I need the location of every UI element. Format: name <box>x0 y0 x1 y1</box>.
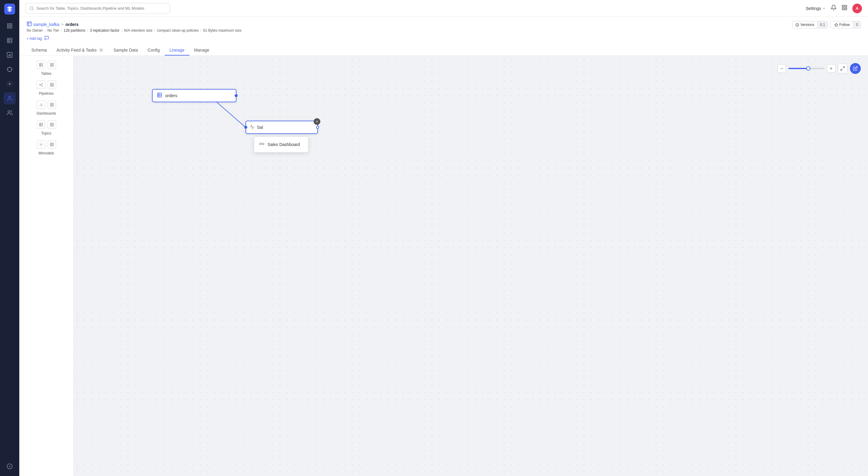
panel-tables-label: Tables <box>41 71 52 76</box>
settings-button[interactable]: Settings <box>806 6 826 11</box>
svg-rect-4 <box>7 38 12 43</box>
breadcrumb: sample_kafka > orders <box>27 21 241 28</box>
left-panel: Tables Pipelines <box>19 56 73 476</box>
follow-button[interactable]: Follow 0 <box>830 21 861 28</box>
avatar[interactable]: A <box>852 4 862 13</box>
topics-table-icon[interactable] <box>37 120 45 129</box>
activity-badge: 0 <box>98 48 104 52</box>
follow-label[interactable]: Follow <box>831 22 854 28</box>
main-content: Settings A sample_kafka > <box>19 0 868 476</box>
svg-rect-33 <box>50 65 51 66</box>
pipelines-flow-icon[interactable] <box>37 81 45 89</box>
sidebar-item-gear[interactable] <box>4 78 16 90</box>
sidebar <box>0 0 19 476</box>
follow-count[interactable]: 0 <box>853 22 861 28</box>
svg-rect-40 <box>50 83 51 85</box>
sidebar-item-team[interactable] <box>4 107 16 119</box>
svg-rect-62 <box>50 145 51 146</box>
svg-point-16 <box>30 7 33 10</box>
svg-rect-57 <box>50 125 51 126</box>
header-actions: Versions 0.1 Follow 0 <box>792 21 861 28</box>
panel-section-pipelines: Pipelines <box>19 81 73 96</box>
annotation-icon[interactable] <box>44 36 49 41</box>
pipelines-layout-icon[interactable] <box>48 81 56 89</box>
close-node-button[interactable]: × <box>314 118 320 125</box>
panel-mlmodels-label: Mlmodels <box>39 151 54 155</box>
tab-manage[interactable]: Manage <box>189 45 214 56</box>
search-box[interactable] <box>25 3 170 14</box>
zoom-controls: − + <box>777 63 861 74</box>
edit-lineage-button[interactable] <box>850 63 861 74</box>
svg-line-64 <box>843 67 844 68</box>
tab-activity[interactable]: Activity Feed & Tasks 0 <box>52 45 108 56</box>
versions-button[interactable]: Versions 0.1 <box>792 21 828 28</box>
svg-point-15 <box>8 111 10 113</box>
tables-layout-icon[interactable] <box>48 61 56 69</box>
svg-marker-26 <box>835 23 838 26</box>
meta-retention: N/A retention size <box>124 28 152 33</box>
breadcrumb-separator: > <box>61 22 64 27</box>
expand-button[interactable] <box>838 64 847 73</box>
orders-node-label: orders <box>165 93 177 98</box>
tab-sample[interactable]: Sample Data <box>108 45 143 56</box>
tab-config[interactable]: Config <box>143 45 164 56</box>
meta-cleanup: compact clean-up policies <box>157 28 199 33</box>
svg-rect-21 <box>845 8 847 10</box>
search-input[interactable] <box>36 6 166 10</box>
svg-rect-55 <box>50 123 51 124</box>
meta-tier: No Tier <box>48 28 59 33</box>
apps-button[interactable] <box>841 4 847 12</box>
search-node[interactable]: × <box>246 121 318 134</box>
topics-layout-icon[interactable] <box>48 120 56 129</box>
panel-pipelines-label: Pipelines <box>39 91 54 96</box>
add-tag-button[interactable]: + Add tag <box>27 36 42 41</box>
mlmodels-gear-icon[interactable] <box>37 140 45 149</box>
topbar-right: Settings A <box>806 4 862 13</box>
svg-rect-63 <box>52 145 53 146</box>
sidebar-item-rocket[interactable] <box>4 460 16 472</box>
meta-maxsize: 61 Bytes maximum size <box>203 28 242 33</box>
suggestion-infinity-icon <box>259 141 265 148</box>
zoom-in-button[interactable]: + <box>827 64 835 73</box>
orders-node[interactable]: orders <box>152 89 237 102</box>
dashboards-layout-icon[interactable] <box>48 100 56 109</box>
svg-rect-56 <box>52 123 53 124</box>
svg-point-14 <box>9 96 11 98</box>
svg-rect-60 <box>50 143 51 144</box>
search-node-input[interactable] <box>257 125 299 130</box>
app-logo[interactable] <box>4 4 15 14</box>
sidebar-item-table[interactable] <box>4 34 16 47</box>
topic-icon <box>27 21 32 28</box>
orders-node-icon <box>157 92 162 99</box>
sidebar-item-analytics[interactable] <box>4 63 16 76</box>
svg-line-39 <box>40 85 42 86</box>
suggestion-item-sales-dashboard[interactable]: Sales Dashboard <box>254 138 308 151</box>
svg-rect-32 <box>52 63 53 64</box>
svg-rect-61 <box>52 143 53 144</box>
versions-count[interactable]: 0.1 <box>817 22 828 28</box>
lineage-canvas: − + <box>73 56 868 476</box>
svg-rect-3 <box>10 27 12 28</box>
mlmodels-layout-icon[interactable] <box>48 140 56 149</box>
dashboards-chart-icon[interactable] <box>37 100 45 109</box>
notifications-button[interactable] <box>831 4 837 12</box>
zoom-slider[interactable] <box>788 68 825 69</box>
versions-label[interactable]: Versions <box>792 22 817 28</box>
svg-rect-19 <box>845 5 847 7</box>
zoom-out-button[interactable]: − <box>777 64 786 73</box>
svg-rect-20 <box>842 8 844 10</box>
tables-grid-icon[interactable] <box>37 61 45 69</box>
breadcrumb-source[interactable]: sample_kafka <box>33 22 59 27</box>
connector-svg <box>73 56 868 476</box>
panel-section-tables: Tables <box>19 61 73 76</box>
tab-lineage[interactable]: Lineage <box>165 45 189 56</box>
page-header: sample_kafka > orders No Owner | No Tier… <box>19 17 868 56</box>
svg-point-35 <box>39 85 40 85</box>
svg-rect-48 <box>52 103 53 105</box>
sidebar-item-users[interactable] <box>4 92 16 105</box>
tab-schema[interactable]: Schema <box>27 45 52 56</box>
sidebar-item-chart[interactable] <box>4 49 16 61</box>
svg-rect-31 <box>50 63 51 64</box>
sidebar-item-grid[interactable] <box>4 20 16 32</box>
content-area: Tables Pipelines <box>19 56 868 476</box>
